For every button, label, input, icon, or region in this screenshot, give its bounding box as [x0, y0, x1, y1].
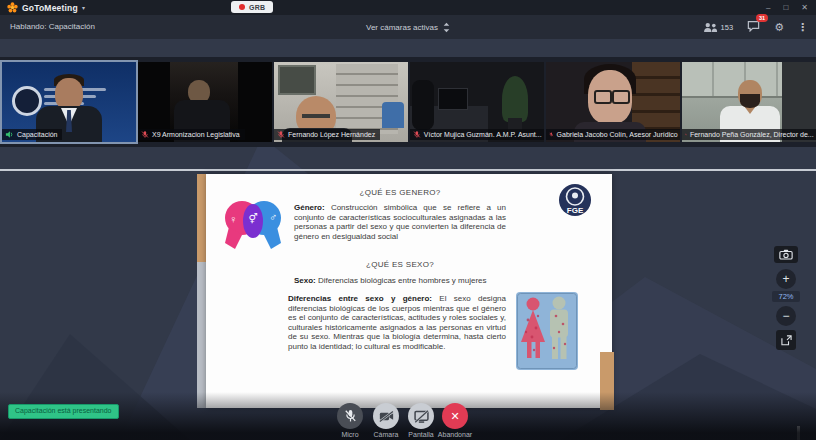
- pop-out-window-button[interactable]: [776, 330, 796, 350]
- video-tile-capacitacion[interactable]: Capacitación: [2, 62, 136, 142]
- participant-nameplate: X9 Armonizacion Legislativa: [138, 129, 245, 140]
- slide-paragraph-sexo-lead: Sexo:: [294, 276, 316, 285]
- participant-name: Víctor Mujica Guzmán. A.M.P. Asunt...: [424, 131, 542, 138]
- fge-logo-text: FGE: [567, 206, 584, 215]
- camera-button-label: Cámara: [366, 431, 406, 438]
- camera-snapshot-icon: [779, 249, 793, 260]
- app-menu-dropdown[interactable]: GoToMeeting ▾: [7, 0, 85, 15]
- slide-paragraph-genero: Género: Construcción simbólica que se re…: [294, 203, 506, 241]
- video-tile-victor-mujica[interactable]: Víctor Mujica Guzmán. A.M.P. Asunt...: [410, 62, 544, 142]
- video-tile-armonizacion[interactable]: X9 Armonizacion Legislativa: [138, 62, 272, 142]
- speaking-status-label: Hablando: Capacitación: [10, 15, 95, 39]
- leave-meeting-button[interactable]: ✕: [442, 403, 468, 429]
- zoom-level-label: 72%: [772, 291, 800, 302]
- active-cameras-toggle[interactable]: Ver cámaras activas: [366, 15, 450, 39]
- slide-paragraph-diferencias-lead: Diferencias entre sexo y género:: [288, 294, 432, 303]
- collapse-expand-icon: [443, 22, 450, 33]
- participants-count: 153: [721, 23, 734, 32]
- mic-muted-icon: [413, 130, 421, 139]
- slide-title-sexo: ¿QUÉ ES SEXO?: [290, 260, 510, 269]
- mic-muted-icon: [277, 130, 285, 139]
- screen-share-off-icon: [414, 410, 429, 423]
- close-button[interactable]: ✕: [801, 0, 808, 15]
- video-tile-fernando-lopez[interactable]: Fernando López Hernández: [274, 62, 408, 142]
- participant-name: Fernando Peña González, Director de...: [690, 131, 814, 138]
- minimize-button[interactable]: –: [766, 0, 770, 15]
- slide-paragraph-genero-lead: Género:: [294, 203, 325, 212]
- mic-muted-icon: [344, 409, 357, 423]
- recording-label: GRB: [249, 4, 265, 11]
- camera-off-icon: [379, 411, 394, 422]
- external-window-icon: [781, 335, 792, 346]
- gotomeeting-logo-icon: [7, 2, 18, 13]
- snapshot-camera-button[interactable]: [774, 246, 798, 263]
- participant-nameplate: Fernando Peña González, Director de...: [682, 129, 816, 140]
- svg-text:♂: ♂: [269, 211, 277, 223]
- fge-logo: FGE: [558, 183, 592, 217]
- participant-nameplate: Víctor Mujica Guzmán. A.M.P. Asunt...: [410, 129, 544, 140]
- participant-name: Gabriela Jacobo Colín, Asesor Jurídico: [557, 131, 678, 138]
- meeting-header-bar: Hablando: Capacitación Ver cámaras activ…: [0, 15, 816, 39]
- participant-name: Fernando López Hernández: [288, 131, 375, 138]
- settings-gear-icon[interactable]: ⚙: [774, 22, 784, 33]
- participant-nameplate: Fernando López Hernández: [274, 129, 380, 140]
- participants-button[interactable]: 153: [703, 22, 734, 33]
- app-title: GoToMeeting: [22, 3, 78, 13]
- slide-title-genero: ¿QUÉ ES GENERO?: [290, 188, 510, 197]
- participant-name: Capacitación: [17, 131, 57, 138]
- mic-toggle-button[interactable]: [337, 403, 363, 429]
- chevron-down-icon: ▾: [82, 4, 85, 11]
- video-tile-gabriela-jacobo[interactable]: Gabriela Jacobo Colín, Asesor Jurídico: [546, 62, 680, 142]
- zoom-out-button[interactable]: −: [776, 306, 796, 326]
- leave-button-label: Abandonar: [432, 431, 478, 438]
- leave-x-icon: ✕: [450, 410, 459, 423]
- maximize-button[interactable]: □: [783, 0, 788, 15]
- gotomeeting-window: ♀ ⚥ ♂ FGE ¿QUÉ ES GENERO? Género: Constr…: [0, 0, 816, 440]
- slide-paragraph-diferencias: Diferencias entre sexo y género: El sexo…: [288, 294, 506, 352]
- active-cameras-label: Ver cámaras activas: [366, 23, 438, 32]
- video-tile-fernando-pena[interactable]: Fernando Peña González, Director de...: [682, 62, 816, 142]
- camera-toggle-button[interactable]: [373, 403, 399, 429]
- record-dot-icon: [239, 4, 245, 10]
- window-controls: – □ ✕: [766, 0, 808, 15]
- mic-muted-icon: [549, 130, 554, 139]
- participant-nameplate: Gabriela Jacobo Colín, Asesor Jurídico: [546, 129, 680, 140]
- slide-paragraph-sexo: Sexo: Diferencias biológicas entre hombr…: [294, 276, 529, 286]
- male-female-figures-image: [516, 292, 578, 370]
- shared-screen-top-edge: [0, 169, 816, 171]
- chat-unread-badge: 31: [756, 14, 768, 22]
- participants-icon: [703, 22, 718, 33]
- chat-button[interactable]: 31: [746, 18, 761, 36]
- screen-share-toggle-button[interactable]: [408, 403, 434, 429]
- svg-text:⚥: ⚥: [248, 213, 257, 224]
- presentation-slide: ♀ ⚥ ♂ FGE ¿QUÉ ES GENERO? Género: Constr…: [206, 174, 612, 408]
- slide-left-accent-bar: [197, 174, 206, 262]
- mic-muted-icon: [685, 130, 687, 139]
- mic-muted-icon: [141, 130, 149, 139]
- speaker-audio-icon: [5, 130, 14, 139]
- header-icon-group: 153 31 ⚙ ⋮: [703, 15, 808, 39]
- svg-text:♀: ♀: [229, 213, 237, 225]
- presenting-status-badge: Capacitación está presentando: [8, 404, 119, 419]
- gender-heads-icon: ♀ ⚥ ♂: [219, 191, 287, 257]
- participant-name: X9 Armonizacion Legislativa: [152, 131, 240, 138]
- more-options-kebab-icon[interactable]: ⋮: [797, 22, 808, 33]
- recording-indicator-tab[interactable]: GRB: [231, 1, 273, 13]
- zoom-in-button[interactable]: +: [776, 269, 796, 289]
- mic-button-label: Micro: [330, 431, 370, 438]
- slide-left-gray-bar: [197, 262, 206, 408]
- title-bar: GoToMeeting ▾ GRB – □ ✕: [0, 0, 816, 16]
- participant-nameplate: Capacitación: [2, 129, 62, 140]
